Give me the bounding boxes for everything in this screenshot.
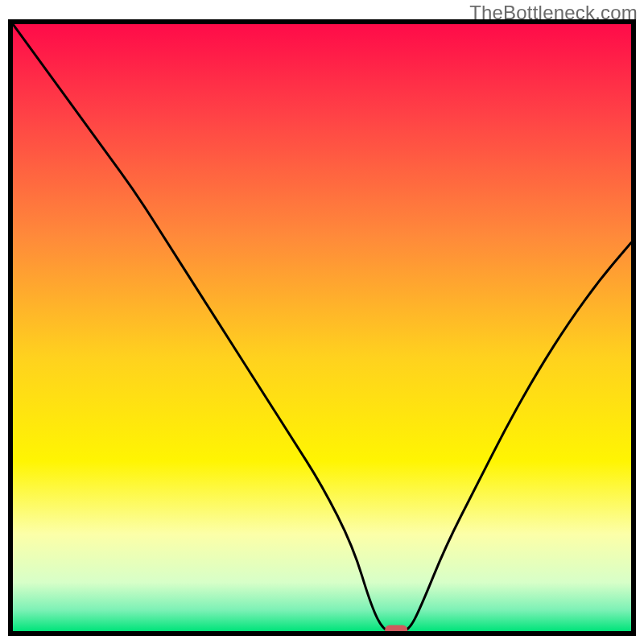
gradient-background (13, 24, 631, 631)
chart-stage: TheBottleneck.com (0, 0, 644, 644)
bottleneck-chart (0, 0, 644, 644)
